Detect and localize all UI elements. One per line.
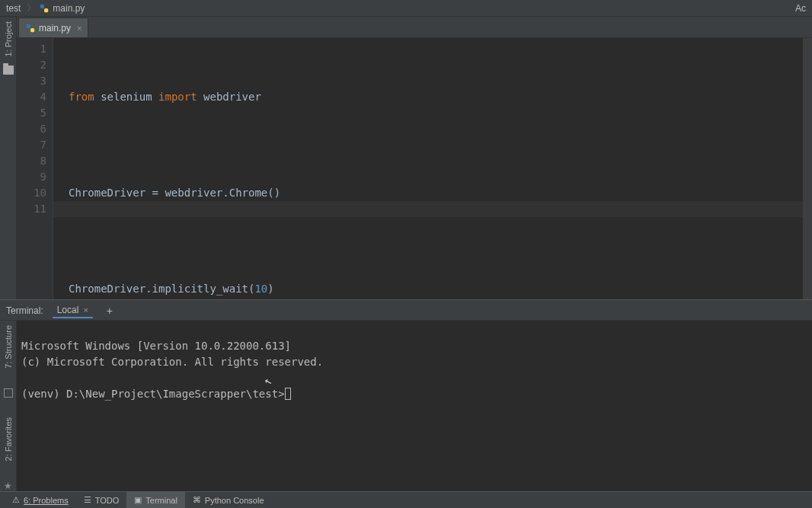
breadcrumb-project[interactable]: test	[6, 3, 21, 14]
todo-tool-button[interactable]: ☰ TODO	[76, 492, 127, 508]
structure-tool-button[interactable]: 7: Structure	[4, 325, 13, 369]
code-editor[interactable]: 1 2 3 4 5 6 7 8 9 10 11 from selenium im…	[17, 38, 812, 299]
terminal-tab-label: Local	[57, 305, 79, 315]
editor-tabs: main.py ×	[17, 17, 812, 38]
list-icon: ☰	[84, 495, 91, 505]
breadcrumb-separator: 〉	[27, 2, 36, 14]
python-console-tool-button[interactable]: ⌘ Python Console	[185, 492, 272, 508]
python-file-icon	[39, 3, 50, 14]
favorites-tool-button[interactable]: 2: Favorites	[4, 417, 13, 461]
svg-rect-0	[40, 4, 44, 8]
project-tool-button[interactable]: 1: Project	[4, 21, 13, 56]
current-line-highlight	[53, 201, 809, 217]
left-toolwindow-bar: 1: Project	[0, 17, 17, 299]
python-icon: ⌘	[193, 495, 201, 505]
star-icon: ★	[4, 481, 12, 491]
gutter-line-numbers: 1 2 3 4 5 6 7 8 9 10 11	[17, 38, 53, 299]
file-tab-label: main.py	[39, 23, 71, 34]
svg-rect-2	[27, 24, 30, 27]
close-icon[interactable]: ×	[83, 305, 88, 315]
add-terminal-button[interactable]: +	[104, 305, 116, 317]
breadcrumb: test 〉 main.py Ac	[0, 0, 812, 17]
file-tab-main[interactable]: main.py ×	[18, 18, 88, 37]
terminal-line: (c) Microsoft Corporation. All rights re…	[21, 354, 807, 370]
breadcrumb-file[interactable]: main.py	[53, 3, 85, 14]
code-body[interactable]: from selenium import webdriver ChromeDri…	[53, 38, 812, 299]
structure-icon	[4, 388, 13, 398]
svg-rect-1	[44, 8, 48, 12]
terminal-tab-local[interactable]: Local ×	[53, 303, 93, 318]
terminal-tool-button[interactable]: ▣ Terminal	[126, 492, 185, 508]
terminal-cursor	[285, 388, 291, 400]
problems-tool-button[interactable]: ⚠ 6: Problems	[5, 492, 76, 508]
terminal-icon: ▣	[134, 495, 142, 505]
terminal-title: Terminal:	[6, 305, 43, 316]
warning-icon: ⚠	[12, 495, 20, 505]
terminal-prompt: (venv) D:\New_Project\ImageScrapper\test…	[21, 388, 285, 400]
top-right-text[interactable]: Ac	[795, 3, 806, 14]
editor-area: main.py × 1 2 3 4 5 6 7 8 9 10 11 from s…	[17, 17, 812, 299]
editor-scrollbar[interactable]	[803, 38, 812, 299]
terminal-output[interactable]: Microsoft Windows [Version 10.0.22000.61…	[17, 321, 812, 491]
folder-icon	[3, 65, 14, 75]
bottom-toolwindow-bar: ⚠ 6: Problems ☰ TODO ▣ Terminal ⌘ Python…	[0, 491, 812, 508]
main-row: 1: Project main.py × 1 2 3 4 5 6 7 8	[0, 17, 812, 299]
terminal-panel: 7: Structure 2: Favorites ★ Microsoft Wi…	[0, 321, 812, 491]
svg-rect-3	[30, 28, 34, 32]
close-icon[interactable]: ×	[77, 24, 82, 33]
python-file-icon	[25, 23, 36, 34]
terminal-header: Terminal: Local × +	[0, 302, 812, 321]
terminal-line: Microsoft Windows [Version 10.0.22000.61…	[21, 338, 807, 354]
left-toolwindow-bar-lower: 7: Structure 2: Favorites ★	[0, 321, 17, 491]
